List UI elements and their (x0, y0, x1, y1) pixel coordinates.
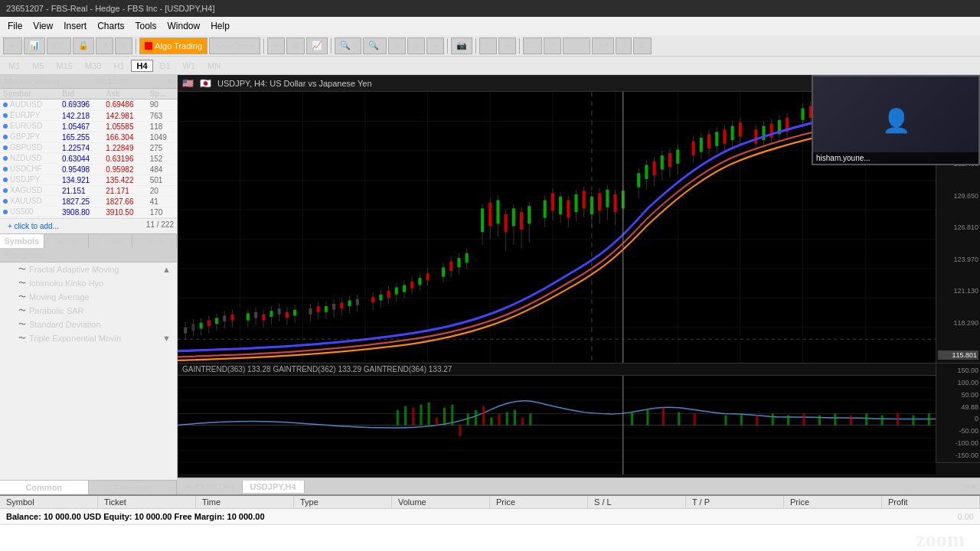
tf-m1[interactable]: M1 (3, 60, 25, 72)
tf-h4[interactable]: H4 (131, 60, 152, 72)
col-volume: Volume (392, 496, 490, 508)
ind-price-n50: -50.00 (938, 427, 978, 435)
nav-expand-triple[interactable]: ▼ (162, 334, 171, 343)
chart-tab-audusd[interactable]: AUDUSD,H4 (178, 481, 243, 493)
mw-bid: 0.95498 (59, 164, 103, 174)
mw-spread: 501 (147, 174, 177, 185)
menu-window[interactable]: Window (163, 19, 205, 33)
auto-scroll-btn[interactable]: ⇥ (426, 37, 444, 54)
market-watch-row[interactable]: GBPJPY165.255166.3041049 (0, 132, 177, 142)
crosshair-btn[interactable]: ✛ (267, 37, 285, 54)
svg-rect-74 (410, 282, 413, 289)
text-btn[interactable]: T (616, 37, 632, 54)
price-115: 115.801 (938, 350, 978, 360)
bar-chart-btn[interactable]: ▦ (286, 37, 305, 54)
line-chart-btn[interactable]: 📈 (306, 37, 328, 54)
svg-rect-42 (270, 311, 273, 317)
nav-icon-ma: 〜 (18, 292, 26, 302)
navigator: Navigator 〜 Fractal Adaptive Moving ▲ 〜 … (0, 248, 177, 481)
tab-trading[interactable]: Trading (89, 234, 133, 248)
indicator-header: GAINTREND(363) 133.28 GAINTREND(362) 133… (178, 364, 980, 376)
mw-symbol: NZDUSD (0, 153, 59, 164)
toolbar-refresh2-btn[interactable]: ↻ (115, 37, 132, 54)
mw-symbol: US500 (0, 207, 59, 217)
tf-w1[interactable]: W1 (178, 60, 201, 72)
tf-h1[interactable]: H1 (108, 60, 129, 72)
market-watch-row[interactable]: NZDUSD0.630440.63196152 (0, 153, 177, 164)
market-watch-row[interactable]: AUDUSD0.693960.6948690 (0, 99, 177, 111)
menu-insert[interactable]: Insert (59, 19, 91, 33)
toolbar-lock-btn[interactable]: 🔒 (73, 37, 94, 54)
market-watch-time: 00:15:56 (96, 77, 129, 86)
market-watch-row[interactable]: EURUSD1.054671.05585118 (0, 121, 177, 132)
menu-tools[interactable]: Tools (131, 19, 162, 33)
nav-ichimoku[interactable]: 〜 Ichimoku Kinko Hyo (0, 276, 177, 290)
tf-d1[interactable]: D1 (155, 60, 176, 72)
channel-btn[interactable]: ⟋⟋ (563, 37, 590, 54)
tf-m15[interactable]: M15 (51, 60, 78, 72)
algo-trading-btn[interactable]: Algo Trading (139, 37, 207, 54)
screenshot-btn[interactable]: 📷 (451, 37, 472, 54)
hline-btn[interactable]: — (523, 37, 542, 54)
menu-file[interactable]: File (3, 19, 27, 33)
nav-tab-common[interactable]: Common (0, 481, 89, 494)
add-symbol-btn[interactable]: + click to add... (3, 220, 64, 232)
toolbar-account-btn[interactable]: ▼ (3, 37, 22, 54)
market-watch-row[interactable]: USDJPY134.921135.422501 (0, 174, 177, 185)
menu-view[interactable]: View (28, 19, 57, 33)
left-panel: Market Watch 00:15:56 ✕ Symbol Bid Ask S… (0, 75, 178, 494)
nav-parabolic[interactable]: 〜 Parabolic SAR (0, 304, 177, 318)
fib-btn[interactable]: ≡↗ (592, 37, 614, 54)
mw-symbol: AUDUSD (0, 99, 59, 110)
nav-fractal[interactable]: 〜 Fractal Adaptive Moving ▲ (0, 262, 177, 276)
market-watch-row[interactable]: USDCHF0.954980.95982484 (0, 164, 177, 174)
toolbar-refresh-btn[interactable]: ↺ (96, 37, 113, 54)
nav-stddev[interactable]: 〜 Standard Deviation (0, 318, 177, 331)
market-watch-row[interactable]: EURJPY142.218142.981763 (0, 110, 177, 121)
nav-ma[interactable]: 〜 Moving Average (0, 290, 177, 304)
market-watch-row[interactable]: GBPUSD1.225741.22849275 (0, 142, 177, 153)
zoom-in-btn[interactable]: 🔍+ (335, 37, 361, 54)
grid-btn[interactable]: ⊞ (388, 37, 406, 54)
tf-m5[interactable]: M5 (27, 60, 49, 72)
mw-symbol: GBPUSD (0, 142, 59, 153)
mw-bid: 1827.25 (59, 196, 103, 207)
trades-balance: Balance: 10 000.00 USD Equity: 10 000.00… (0, 509, 980, 525)
chart-scroll-left[interactable]: ◀ (963, 481, 969, 491)
svg-rect-218 (521, 418, 524, 425)
tab-details[interactable]: Details (44, 234, 89, 248)
menu-charts[interactable]: Charts (93, 19, 129, 33)
nav-icon-fractal: 〜 (18, 264, 26, 275)
zoom-out-btn[interactable]: 🔍- (363, 37, 387, 54)
nav-icon-ichimoku: 〜 (18, 278, 26, 289)
crosshair2-btn[interactable]: ⊕ (498, 37, 516, 54)
nav-tab-favorites[interactable]: Favorites (89, 481, 178, 494)
market-watch-row[interactable]: XAGUSD21.15121.17120 (0, 185, 177, 196)
tf-mn[interactable]: MN (202, 60, 226, 72)
trendline-btn[interactable]: ↗ (544, 37, 561, 54)
more-tools-btn[interactable]: ⚙ (633, 37, 652, 54)
cursor-btn[interactable]: ↖ (479, 37, 497, 54)
symbol-dot-icon (3, 135, 8, 139)
mw-spread: 763 (147, 110, 177, 121)
svg-rect-216 (506, 412, 508, 425)
market-watch-close[interactable]: ✕ (165, 77, 172, 86)
new-order-btn[interactable]: New Order (209, 37, 260, 54)
svg-rect-70 (395, 287, 398, 294)
menu-help[interactable]: Help (206, 19, 234, 33)
tf-m30[interactable]: M30 (80, 60, 106, 72)
tab-ticks[interactable]: Ticks (132, 234, 177, 248)
chart-tab-usdjpy[interactable]: USDJPY,H4 (243, 481, 305, 493)
market-watch-row[interactable]: XAUUSD1827.251827.6641 (0, 196, 177, 207)
period-sep-btn[interactable]: ||| (407, 37, 425, 54)
svg-rect-94 (505, 214, 508, 232)
mw-symbol: USDCHF (0, 164, 59, 174)
nav-triple[interactable]: 〜 Triple Exponential Movin ▼ (0, 331, 177, 345)
market-watch-row[interactable]: US5003908.803910.50170 (0, 207, 177, 217)
toolbar-ide-btn[interactable]: IDE (47, 37, 71, 54)
chart-scroll-right[interactable]: ▶ (971, 481, 977, 491)
svg-rect-66 (379, 295, 382, 301)
toolbar-chart-btn[interactable]: 📊 (24, 37, 45, 54)
tab-symbols[interactable]: Symbols (0, 234, 44, 248)
nav-expand-fractal[interactable]: ▲ (162, 265, 171, 274)
